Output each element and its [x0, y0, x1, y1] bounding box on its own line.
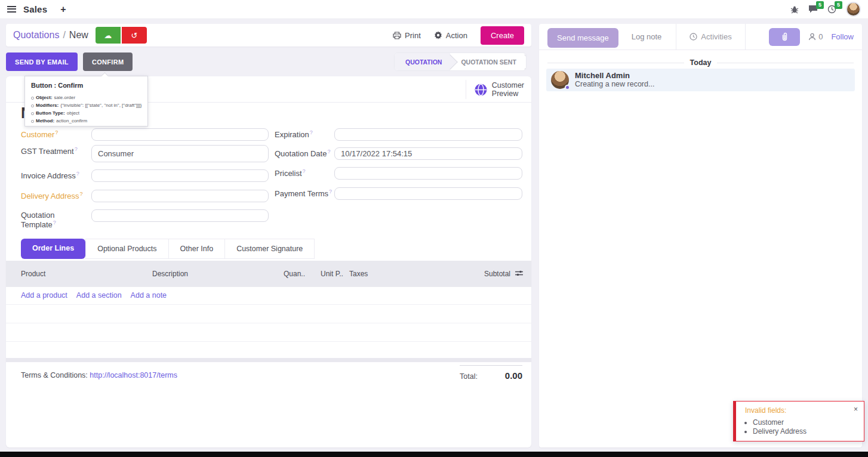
control-panel: Quotations / New ☁ ↺ Print Action Create: [6, 24, 531, 47]
tooltip-modifiers-row: Modifiers:{"invisible": [["state", "not …: [31, 101, 141, 109]
bottom-bar: [0, 452, 868, 457]
user-avatar[interactable]: [846, 2, 861, 17]
total-box: Total: 0.00: [460, 365, 522, 381]
column-quantity[interactable]: Quan..: [284, 270, 305, 278]
invalid-fields-list: Customer Delivery Address: [753, 418, 807, 436]
pricelist-label: Pricelist?: [275, 167, 334, 178]
total-value: 0.00: [505, 370, 522, 381]
new-tab-button[interactable]: +: [60, 4, 66, 15]
create-button[interactable]: Create: [481, 26, 524, 45]
messages-badge: 5: [816, 1, 824, 9]
messages-icon[interactable]: 5: [808, 5, 818, 14]
empty-row-divider: [6, 304, 531, 305]
field-expiration: Expiration?: [275, 128, 522, 141]
payment-terms-input[interactable]: [334, 187, 522, 200]
gst-treatment-input[interactable]: [91, 145, 269, 162]
invalid-field-item: Delivery Address: [753, 427, 807, 436]
column-taxes[interactable]: Taxes: [349, 270, 368, 278]
send-message-button[interactable]: Send message: [547, 28, 618, 48]
tab-other-info[interactable]: Other Info: [169, 239, 226, 259]
pricelist-input[interactable]: [334, 167, 522, 180]
customer-preview-button[interactable]: Customer Preview: [466, 80, 524, 99]
chatter-panel: Send message Log note Activities 0 Follo…: [539, 24, 862, 447]
add-a-product-link[interactable]: Add a product: [21, 291, 67, 299]
gst-treatment-label: GST Treatment?: [21, 145, 91, 156]
tab-customer-signature[interactable]: Customer Signature: [225, 239, 315, 259]
quotation-date-label: Quotation Date?: [275, 147, 334, 158]
state-quotation-sent[interactable]: QUOTATION SENT: [450, 53, 524, 70]
activities-badge: 5: [835, 1, 842, 9]
invoice-address-input[interactable]: [91, 169, 269, 182]
cloud-save-icon: ☁: [104, 31, 112, 40]
field-quotation-date: Quotation Date?: [275, 147, 522, 160]
activities-clock-icon[interactable]: 5: [827, 5, 836, 14]
field-delivery-address: Delivery Address?: [21, 190, 269, 202]
add-a-note-link[interactable]: Add a note: [131, 291, 167, 299]
quotation-date-input[interactable]: [334, 147, 522, 160]
order-lines-header: Product Description Quan.. Unit P.. Taxe…: [6, 261, 531, 287]
empty-row-divider: [6, 323, 531, 323]
state-quotation[interactable]: QUOTATION: [395, 53, 450, 70]
tab-optional-products[interactable]: Optional Products: [85, 239, 168, 259]
follow-button[interactable]: Follow: [831, 32, 854, 41]
column-unit-price[interactable]: Unit P..: [321, 270, 343, 278]
save-button[interactable]: ☁: [96, 27, 121, 44]
breadcrumb-parent[interactable]: Quotations: [13, 30, 59, 41]
terms-label: Terms & Conditions:: [21, 371, 88, 379]
toast-close-icon[interactable]: ×: [854, 405, 858, 413]
column-product[interactable]: Product: [21, 270, 45, 278]
send-by-email-button[interactable]: SEND BY EMAIL: [6, 53, 78, 71]
action-button[interactable]: Action: [434, 31, 467, 40]
customer-label: Customer?: [21, 128, 91, 139]
total-label: Total:: [460, 372, 478, 381]
breadcrumb-current: New: [69, 30, 88, 41]
message-body: Creating a new record...: [575, 80, 654, 89]
discard-button[interactable]: ↺: [122, 27, 147, 44]
schedule-activity-button[interactable]: Activities: [676, 24, 745, 50]
column-description[interactable]: Description: [152, 270, 188, 278]
globe-icon: [475, 84, 487, 96]
customer-input[interactable]: [91, 128, 269, 141]
print-label: Print: [405, 31, 421, 40]
terms-and-conditions: Terms & Conditions: http://localhost:801…: [21, 371, 177, 379]
toast-title: Invalid fields:: [745, 406, 786, 415]
confirm-button[interactable]: CONFIRM: [83, 53, 133, 71]
field-quotation-template: Quotation Template?: [21, 209, 269, 229]
person-icon: [808, 33, 816, 41]
action-label: Action: [446, 31, 467, 40]
optional-columns-icon[interactable]: [515, 270, 523, 277]
tab-order-lines[interactable]: Order Lines: [21, 239, 85, 259]
add-a-section-link[interactable]: Add a section: [76, 291, 122, 299]
breadcrumb-separator: /: [63, 30, 65, 41]
field-payment-terms: Payment Terms?: [275, 187, 522, 200]
terms-link[interactable]: http://localhost:8017/terms: [90, 371, 177, 379]
quotation-template-input[interactable]: [91, 209, 269, 222]
log-note-button[interactable]: Log note: [632, 32, 662, 41]
attach-files-button[interactable]: [769, 28, 800, 46]
delivery-address-input[interactable]: [91, 190, 269, 202]
top-navbar: Sales + 5 5: [0, 0, 868, 19]
delivery-address-label: Delivery Address?: [21, 190, 91, 200]
printer-icon: [393, 32, 401, 39]
tooltip-title: Button : Confirm: [31, 82, 141, 89]
followers-counter[interactable]: 0: [808, 32, 823, 41]
field-gst-treatment: GST Treatment?: [21, 145, 269, 162]
invalid-field-item: Customer: [753, 418, 807, 427]
expiration-label: Expiration?: [275, 128, 334, 139]
notebook-tabs: Order Lines Optional Products Other Info…: [21, 239, 315, 259]
chatter-message[interactable]: Mitchell Admin Creating a new record...: [546, 69, 855, 91]
clock-icon: [690, 33, 697, 41]
payment-terms-label: Payment Terms?: [275, 187, 334, 198]
table-footer-band: [6, 358, 531, 362]
activities-label: Activities: [701, 32, 731, 41]
date-separator: Today: [547, 58, 854, 67]
app-name[interactable]: Sales: [23, 4, 47, 14]
message-author: Mitchell Admin: [575, 71, 654, 80]
expiration-input[interactable]: [334, 128, 522, 141]
message-avatar: [551, 71, 569, 89]
invalid-fields-toast: Invalid fields: × Customer Delivery Addr…: [733, 401, 864, 441]
debug-bug-icon[interactable]: [790, 5, 799, 14]
print-button[interactable]: Print: [393, 31, 421, 40]
column-subtotal[interactable]: Subtotal: [460, 270, 510, 278]
menu-icon[interactable]: [7, 6, 16, 13]
